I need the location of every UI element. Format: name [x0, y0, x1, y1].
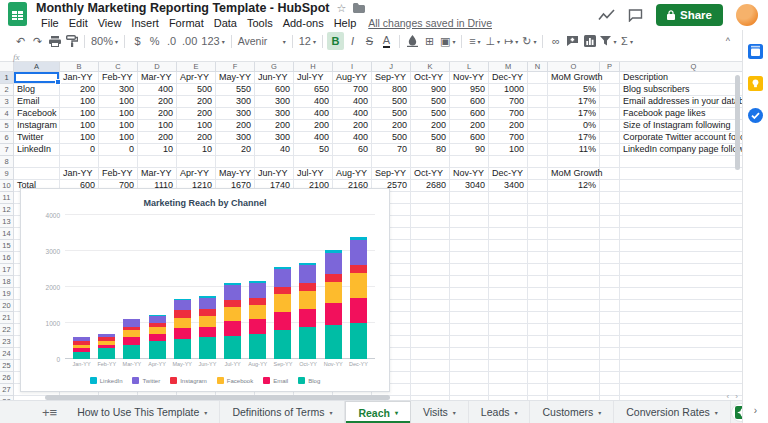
- document-title[interactable]: Monthly Marketing Reporting Template - H…: [36, 1, 330, 15]
- sheets-logo-icon[interactable]: [8, 2, 27, 30]
- column-header-M[interactable]: M: [489, 62, 528, 72]
- font-family-select[interactable]: Avenir▾: [236, 32, 288, 50]
- column-header-Q[interactable]: Q: [620, 62, 742, 72]
- cell-N1[interactable]: [528, 72, 548, 84]
- cell-K25[interactable]: [411, 360, 450, 372]
- vertical-scrollbar[interactable]: [735, 75, 740, 170]
- cell-O13[interactable]: [548, 216, 600, 228]
- cell-D6[interactable]: 200: [138, 132, 177, 144]
- menu-tools[interactable]: Tools: [242, 17, 278, 29]
- row-header-9[interactable]: 9: [0, 168, 14, 180]
- row-header-8[interactable]: 8: [0, 156, 14, 168]
- cell-F3[interactable]: 300: [216, 96, 255, 108]
- cell-O5[interactable]: 0%: [548, 120, 600, 132]
- toolbar-collapse-button[interactable]: ^: [726, 36, 730, 46]
- row-header-16[interactable]: 16: [0, 252, 14, 264]
- cell-Q7[interactable]: LinkedIn company page followers: [620, 144, 742, 156]
- cell-Q25[interactable]: [620, 360, 742, 372]
- sheet-tab-how-to-use-this-template[interactable]: How to Use This Template▾: [65, 401, 220, 423]
- cell-Q10[interactable]: [620, 180, 742, 192]
- cell-C2[interactable]: 300: [99, 84, 138, 96]
- cell-O15[interactable]: [548, 240, 600, 252]
- cell-L20[interactable]: [450, 300, 489, 312]
- cell-F5[interactable]: 200: [216, 120, 255, 132]
- cell-E6[interactable]: 200: [177, 132, 216, 144]
- menu-addons[interactable]: Add-ons: [278, 17, 329, 29]
- cell-E8[interactable]: [177, 156, 216, 168]
- cell-F2[interactable]: 550: [216, 84, 255, 96]
- cell-H7[interactable]: 50: [294, 144, 333, 156]
- cell-L24[interactable]: [450, 348, 489, 360]
- cell-M18[interactable]: [489, 276, 528, 288]
- row-header-6[interactable]: 6: [0, 132, 14, 144]
- cell-P2[interactable]: [600, 84, 620, 96]
- cell-F6[interactable]: 300: [216, 132, 255, 144]
- row-header-26[interactable]: 26: [0, 372, 14, 384]
- font-size-select[interactable]: 12▾: [297, 32, 318, 50]
- cell-B3[interactable]: 100: [60, 96, 99, 108]
- redo-button[interactable]: ↷: [29, 32, 46, 50]
- cell-Q6[interactable]: Corporate Twitter account followers: [620, 132, 742, 144]
- cell-K19[interactable]: [411, 288, 450, 300]
- cell-E1[interactable]: Apr-YY: [177, 72, 216, 84]
- borders-button[interactable]: ⊞: [421, 32, 438, 50]
- column-header-L[interactable]: L: [450, 62, 489, 72]
- cell-N20[interactable]: [528, 300, 548, 312]
- menu-insert[interactable]: Insert: [126, 17, 164, 29]
- cell-A2[interactable]: Blog: [14, 84, 60, 96]
- cell-M2[interactable]: 1000: [489, 84, 528, 96]
- cell-E7[interactable]: 10: [177, 144, 216, 156]
- cell-C1[interactable]: Feb-YY: [99, 72, 138, 84]
- cell-F9[interactable]: May-YY: [216, 168, 255, 180]
- row-header-22[interactable]: 22: [0, 324, 14, 336]
- cell-B7[interactable]: 0: [60, 144, 99, 156]
- cell-D8[interactable]: [138, 156, 177, 168]
- cell-E4[interactable]: 200: [177, 108, 216, 120]
- cell-C9[interactable]: Feb-YY: [99, 168, 138, 180]
- cell-O10[interactable]: 12%: [548, 180, 600, 192]
- column-header-G[interactable]: G: [255, 62, 294, 72]
- cell-F7[interactable]: 20: [216, 144, 255, 156]
- cell-Q15[interactable]: [620, 240, 742, 252]
- column-header-H[interactable]: H: [294, 62, 333, 72]
- strikethrough-button[interactable]: S: [361, 32, 378, 50]
- cell-P20[interactable]: [600, 300, 620, 312]
- cell-L8[interactable]: [450, 156, 489, 168]
- fill-color-button[interactable]: [404, 32, 421, 50]
- cell-N16[interactable]: [528, 252, 548, 264]
- cell-K13[interactable]: [411, 216, 450, 228]
- column-header-N[interactable]: N: [528, 62, 548, 72]
- menu-format[interactable]: Format: [164, 17, 209, 29]
- cell-O12[interactable]: [548, 204, 600, 216]
- row-header-14[interactable]: 14: [0, 228, 14, 240]
- insert-link-button[interactable]: ∞: [547, 32, 564, 50]
- column-header-A[interactable]: A: [14, 62, 60, 72]
- cell-K18[interactable]: [411, 276, 450, 288]
- cell-J7[interactable]: 70: [372, 144, 411, 156]
- cell-Q11[interactable]: [620, 192, 742, 204]
- cell-D9[interactable]: Mar-YY: [138, 168, 177, 180]
- cell-N23[interactable]: [528, 336, 548, 348]
- cell-L4[interactable]: 600: [450, 108, 489, 120]
- cell-M22[interactable]: [489, 324, 528, 336]
- menu-view[interactable]: View: [93, 17, 127, 29]
- format-currency-button[interactable]: $: [129, 32, 146, 50]
- cell-L14[interactable]: [450, 228, 489, 240]
- cell-M19[interactable]: [489, 288, 528, 300]
- cell-P25[interactable]: [600, 360, 620, 372]
- cell-O2[interactable]: 5%: [548, 84, 600, 96]
- panel-collapse-icon[interactable]: ›: [754, 405, 757, 416]
- cell-B6[interactable]: 100: [60, 132, 99, 144]
- row-header-10[interactable]: 10: [0, 180, 14, 192]
- cell-C3[interactable]: 100: [99, 96, 138, 108]
- horizontal-align-button[interactable]: ≡▾: [466, 32, 483, 50]
- cell-P8[interactable]: [600, 156, 620, 168]
- cell-A1[interactable]: [14, 72, 60, 84]
- print-button[interactable]: [46, 32, 63, 50]
- cell-O14[interactable]: [548, 228, 600, 240]
- cell-L27[interactable]: [450, 384, 489, 396]
- cell-M24[interactable]: [489, 348, 528, 360]
- cell-M9[interactable]: Dec-YY: [489, 168, 528, 180]
- all-sheets-button[interactable]: ≡: [50, 405, 58, 420]
- cell-A4[interactable]: Facebook: [14, 108, 60, 120]
